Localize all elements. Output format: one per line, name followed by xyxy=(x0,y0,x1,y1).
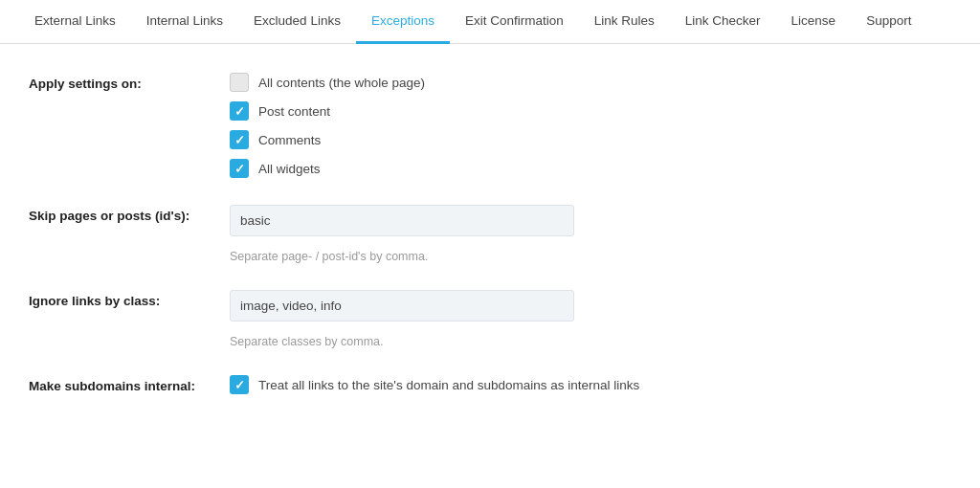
tab-license[interactable]: License xyxy=(776,0,852,44)
ignore-links-hint: Separate classes by comma. xyxy=(230,335,833,348)
tab-excluded-links[interactable]: Excluded Links xyxy=(238,0,356,44)
apply-settings-label: Apply settings on: xyxy=(29,73,230,91)
tab-internal-links[interactable]: Internal Links xyxy=(131,0,238,44)
tab-exceptions[interactable]: Exceptions xyxy=(356,0,450,44)
skip-pages-input[interactable] xyxy=(230,205,574,236)
checkbox-label-all-contents: All contents (the whole page) xyxy=(258,76,425,90)
checkbox-label-all-widgets: All widgets xyxy=(258,162,321,176)
ignore-links-input[interactable] xyxy=(230,290,574,322)
checkbox-row-subdomains[interactable]: Treat all links to the site's domain and… xyxy=(230,375,833,394)
tab-link-rules[interactable]: Link Rules xyxy=(579,0,670,44)
checkbox-post-content[interactable] xyxy=(230,101,249,121)
tab-exit-confirmation[interactable]: Exit Confirmation xyxy=(450,0,579,44)
subdomains-row: Make subdomains internal: Treat all link… xyxy=(29,375,833,394)
skip-pages-row: Skip pages or posts (id's): Separate pag… xyxy=(29,205,833,263)
subdomains-text: Treat all links to the site's domain and… xyxy=(258,378,639,392)
tab-external-links[interactable]: External Links xyxy=(19,0,131,44)
apply-settings-row: Apply settings on: All contents (the who… xyxy=(29,73,833,178)
ignore-links-label: Ignore links by class: xyxy=(29,290,230,308)
checkbox-all-widgets[interactable] xyxy=(230,159,249,178)
subdomains-controls: Treat all links to the site's domain and… xyxy=(230,375,833,394)
checkbox-row-all-widgets[interactable]: All widgets xyxy=(230,159,833,178)
skip-pages-hint: Separate page- / post-id's by comma. xyxy=(230,250,833,263)
ignore-links-controls: Separate classes by comma. xyxy=(230,290,833,348)
checkbox-row-comments[interactable]: Comments xyxy=(230,130,833,149)
checkbox-label-comments: Comments xyxy=(258,133,321,147)
checkbox-comments[interactable] xyxy=(230,130,249,149)
tab-link-checker[interactable]: Link Checker xyxy=(670,0,776,44)
tab-support[interactable]: Support xyxy=(851,0,926,44)
nav-tabs: External Links Internal Links Excluded L… xyxy=(0,0,980,44)
checkbox-label-post-content: Post content xyxy=(258,104,330,119)
ignore-links-row: Ignore links by class: Separate classes … xyxy=(29,290,833,348)
main-content: Apply settings on: All contents (the who… xyxy=(0,44,861,442)
checkbox-row-all-contents[interactable]: All contents (the whole page) xyxy=(230,73,833,92)
skip-pages-label: Skip pages or posts (id's): xyxy=(29,205,230,223)
subdomains-label: Make subdomains internal: xyxy=(29,375,230,393)
skip-pages-controls: Separate page- / post-id's by comma. xyxy=(230,205,833,263)
checkbox-all-contents[interactable] xyxy=(230,73,249,92)
apply-settings-controls: All contents (the whole page) Post conte… xyxy=(230,73,833,178)
checkbox-row-post-content[interactable]: Post content xyxy=(230,101,833,121)
checkbox-subdomains[interactable] xyxy=(230,375,249,394)
